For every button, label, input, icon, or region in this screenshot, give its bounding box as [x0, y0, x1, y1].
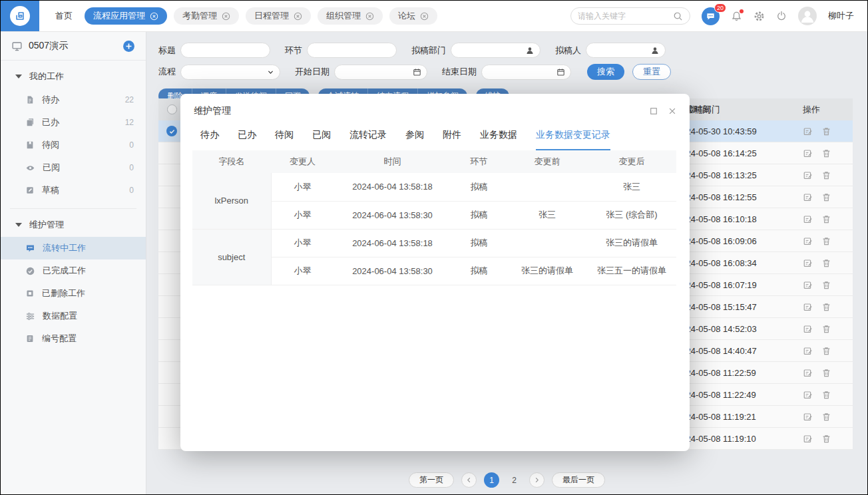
trash-icon[interactable] — [821, 280, 831, 290]
dialog-tab-已阅[interactable]: 已阅 — [312, 129, 331, 150]
notification-dot — [740, 9, 744, 13]
sidebar-section-我的工作[interactable]: 我的工作 — [1, 61, 146, 88]
sidebar-section-维护管理[interactable]: 维护管理 — [1, 209, 146, 237]
edit-icon[interactable] — [803, 236, 813, 246]
edit-icon[interactable] — [803, 214, 813, 224]
edit-icon[interactable] — [803, 412, 813, 422]
trash-icon[interactable] — [821, 390, 831, 400]
edit-icon[interactable] — [803, 324, 813, 334]
dialog-tab-参阅[interactable]: 参阅 — [405, 129, 424, 150]
trash-icon[interactable] — [821, 368, 831, 378]
top-tab-流程应用管理[interactable]: 流程应用管理 — [85, 7, 167, 25]
global-search-input[interactable] — [578, 11, 669, 21]
top-tab-label: 组织管理 — [326, 10, 361, 22]
top-tab-组织管理[interactable]: 组织管理 — [318, 7, 383, 25]
trash-icon[interactable] — [821, 148, 831, 158]
search-icon[interactable] — [673, 11, 683, 21]
next-page-button[interactable] — [529, 472, 544, 488]
tab-close-icon[interactable] — [420, 12, 429, 21]
page-number-1[interactable]: 1 — [484, 472, 499, 488]
select-all-circle[interactable] — [167, 104, 177, 114]
top-tab-日程管理[interactable]: 日程管理 — [246, 7, 311, 25]
reset-button[interactable]: 重置 — [632, 64, 671, 80]
filter-input-标题[interactable] — [180, 43, 270, 58]
trash-icon[interactable] — [821, 170, 831, 180]
dialog-tab-附件[interactable]: 附件 — [443, 129, 461, 150]
sidebar-item-草稿[interactable]: 草稿0 — [1, 179, 146, 202]
dialog-tab-流转记录[interactable]: 流转记录 — [349, 129, 387, 150]
edit-icon[interactable] — [803, 346, 813, 356]
dialog-tab-业务数据变更记录[interactable]: 业务数据变更记录 — [536, 129, 610, 150]
edit-icon[interactable] — [803, 192, 813, 202]
top-tab-label: 流程应用管理 — [93, 10, 145, 22]
filter-input-拟稿人[interactable] — [586, 43, 666, 58]
row-operations — [803, 280, 853, 290]
first-page-button[interactable]: 第一页 — [409, 472, 454, 488]
dialog-tab-待办[interactable]: 待办 — [200, 129, 219, 150]
trash-icon[interactable] — [821, 236, 831, 246]
created-time-cell: 2024-05-08 16:07:19 — [676, 280, 803, 290]
plus-circle-icon[interactable] — [122, 40, 135, 53]
sidebar-item-待阅[interactable]: 待阅0 — [1, 134, 146, 156]
edit-icon[interactable] — [803, 368, 813, 378]
trash-icon[interactable] — [821, 258, 831, 268]
tab-close-icon[interactable] — [150, 12, 158, 21]
trash-icon[interactable] — [821, 346, 831, 356]
tab-close-icon[interactable] — [294, 12, 302, 21]
edit-icon[interactable] — [803, 258, 813, 268]
tab-close-icon[interactable] — [222, 12, 230, 21]
filter-input-拟稿部门[interactable] — [451, 43, 541, 58]
trash-icon[interactable] — [821, 192, 831, 202]
edit-icon[interactable] — [803, 302, 813, 312]
dialog-tab-已办[interactable]: 已办 — [238, 129, 256, 150]
filter-input-流程[interactable] — [180, 65, 280, 80]
top-tab-首页[interactable]: 首页 — [50, 7, 78, 25]
maximize-icon[interactable] — [650, 107, 658, 115]
prev-page-button[interactable] — [461, 472, 477, 488]
selected-check-icon[interactable] — [166, 126, 177, 136]
trash-icon[interactable] — [821, 324, 831, 334]
top-tab-考勤管理[interactable]: 考勤管理 — [174, 7, 239, 25]
dialog-tab-待阅[interactable]: 待阅 — [275, 129, 294, 150]
sidebar-item-流转中工作[interactable]: 流转中工作 — [1, 237, 146, 259]
app-logo[interactable] — [1, 1, 39, 31]
bell-icon[interactable] — [731, 11, 742, 22]
dialog-tab-业务数据[interactable]: 业务数据 — [480, 129, 517, 150]
close-icon[interactable] — [668, 107, 676, 115]
trash-icon[interactable] — [821, 412, 831, 422]
edit-icon[interactable] — [803, 390, 813, 400]
filter-input-环节[interactable] — [307, 43, 397, 58]
sidebar-item-已办[interactable]: 已办12 — [1, 111, 146, 134]
search-button[interactable]: 搜索 — [587, 64, 624, 80]
global-search[interactable] — [570, 7, 690, 25]
filter-field-开始日期: 开始日期 — [295, 65, 427, 80]
sidebar-item-待办[interactable]: 待办22 — [1, 88, 146, 111]
trash-icon[interactable] — [821, 214, 831, 224]
tab-close-icon[interactable] — [365, 12, 374, 21]
sidebar-item-编号配置[interactable]: 编号配置 — [1, 327, 146, 350]
edit-icon[interactable] — [803, 148, 813, 158]
filter-label: 开始日期 — [295, 66, 329, 78]
filter-input-结束日期[interactable] — [481, 65, 571, 80]
message-icon[interactable]: 20 — [702, 7, 720, 25]
sidebar-item-已阅[interactable]: 已阅0 — [1, 156, 146, 179]
trash-icon[interactable] — [821, 434, 831, 444]
edit-icon[interactable] — [803, 434, 813, 444]
trash-icon[interactable] — [821, 126, 831, 136]
gear-icon[interactable] — [754, 11, 765, 22]
sidebar-item-数据配置[interactable]: 数据配置 — [1, 305, 146, 327]
filter-label: 拟稿人 — [555, 45, 581, 57]
filter-input-开始日期[interactable] — [334, 65, 427, 80]
page-number-2[interactable]: 2 — [507, 472, 522, 488]
edit-icon[interactable] — [803, 170, 813, 180]
avatar[interactable] — [798, 7, 817, 25]
power-icon[interactable] — [776, 11, 787, 21]
sidebar-item-已删除工作[interactable]: 已删除工作 — [1, 282, 146, 305]
sidebar-item-label: 已删除工作 — [42, 287, 85, 299]
edit-icon[interactable] — [803, 126, 813, 136]
trash-icon[interactable] — [821, 302, 831, 312]
edit-icon[interactable] — [803, 280, 813, 290]
sidebar-item-已完成工作[interactable]: 已完成工作 — [1, 259, 146, 282]
last-page-button[interactable]: 最后一页 — [552, 472, 605, 488]
top-tab-论坛[interactable]: 论坛 — [389, 7, 437, 25]
